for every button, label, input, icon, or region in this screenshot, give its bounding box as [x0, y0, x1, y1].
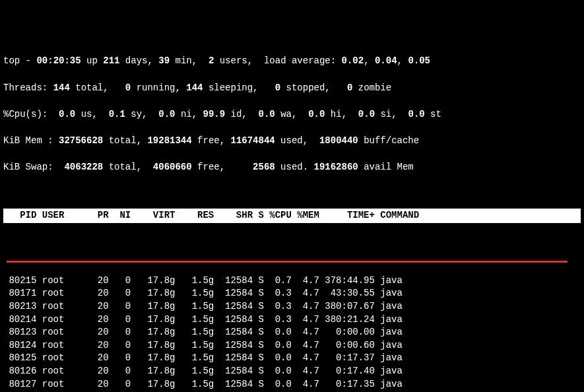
process-row[interactable]: 80214 root 20 0 17.8g 1.5g 12584 S 0.3 4…	[3, 313, 581, 327]
cpu-line: %Cpu(s): 0.0 us, 0.1 sy, 0.0 ni, 99.9 id…	[3, 108, 581, 121]
top-summary-line: top - 00:20:35 up 211 days, 39 min, 2 us…	[3, 55, 581, 68]
process-row[interactable]: 80171 root 20 0 17.8g 1.5g 12584 S 0.3 4…	[3, 287, 581, 300]
mem-line: KiB Mem : 32756628 total, 19281344 free,…	[3, 135, 581, 148]
process-row[interactable]: 80124 root 20 0 17.8g 1.5g 12584 S 0.0 4…	[3, 339, 581, 352]
process-row[interactable]: 80125 root 20 0 17.8g 1.5g 12584 S 0.0 4…	[3, 352, 581, 365]
process-row[interactable]: 80213 root 20 0 17.8g 1.5g 12584 S 0.3 4…	[3, 300, 581, 313]
process-row[interactable]: 80126 root 20 0 17.8g 1.5g 12584 S 0.0 4…	[3, 365, 581, 378]
swap-line: KiB Swap: 4063228 total, 4060660 free, 2…	[3, 161, 581, 174]
threads-line: Threads: 144 total, 0 running, 144 sleep…	[3, 82, 581, 95]
process-row[interactable]: 80127 root 20 0 17.8g 1.5g 12584 S 0.0 4…	[3, 378, 581, 391]
process-row[interactable]: 80123 root 20 0 17.8g 1.5g 12584 S 0.0 4…	[3, 326, 581, 339]
process-table-body: 80215 root 20 0 17.8g 1.5g 12584 S 0.7 4…	[3, 249, 581, 392]
highlight-annotation	[7, 261, 568, 263]
process-row[interactable]: 80215 root 20 0 17.8g 1.5g 12584 S 0.7 4…	[3, 275, 581, 288]
process-table-header: PID USER PR NI VIRT RES SHR S %CPU %MEM …	[3, 209, 581, 223]
